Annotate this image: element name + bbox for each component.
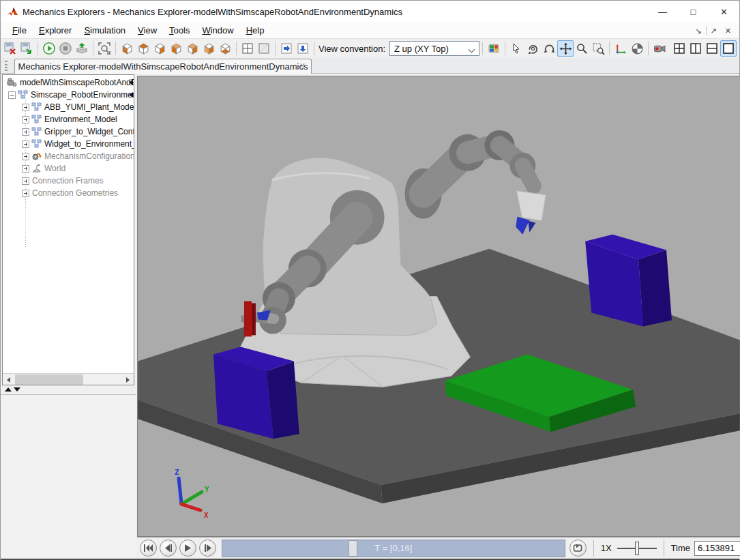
expander-plus-icon[interactable]: [22, 141, 29, 148]
tree-item-widget-to-environment[interactable]: Widget_to_Environment_: [3, 138, 134, 150]
layout-quad-pane-icon[interactable]: [239, 40, 256, 57]
loop-playback-button[interactable]: [569, 540, 587, 557]
expander-plus-icon[interactable]: [22, 165, 29, 173]
tree-item-connection-frames[interactable]: Connection Frames: [3, 175, 134, 187]
tree-item-gripper-to-widget-contact[interactable]: Gripper_to_Widget_Conta: [3, 126, 134, 138]
expander-plus-icon[interactable]: [22, 128, 29, 136]
scroll-right-arrow[interactable]: [122, 374, 134, 385]
menu-tools[interactable]: Tools: [163, 23, 196, 38]
tab-drag-handle[interactable]: [5, 61, 8, 71]
update-model-icon[interactable]: [74, 40, 90, 57]
time-slider-track[interactable]: T = [0,16]: [222, 540, 565, 557]
zoom-region-icon[interactable]: [590, 40, 606, 57]
model-icon: [7, 78, 17, 87]
restore-configuration-icon[interactable]: [18, 40, 35, 57]
collapse-down-icon[interactable]: [14, 387, 20, 392]
view-isometric-icon[interactable]: [119, 40, 135, 57]
separator: [593, 540, 594, 557]
dock-arrow-icon[interactable]: ↘: [691, 27, 705, 35]
viewport-3d[interactable]: Z Y X: [137, 76, 740, 537]
tree-item-simscape-robotenvironment[interactable]: Simscape_RobotEnvironmen: [3, 89, 134, 101]
close-button[interactable]: ✕: [709, 1, 739, 23]
menu-simulation[interactable]: Simulation: [78, 23, 132, 38]
tree-item-model-root[interactable]: modelWithSimscapeRobotAndE: [3, 76, 134, 89]
stop-simulation-icon[interactable]: [57, 40, 74, 57]
zoom-to-fit-icon[interactable]: [96, 40, 113, 57]
scroll-left-arrow[interactable]: [3, 374, 14, 385]
tree-item-abb-yumi-plant-model[interactable]: ABB_YUMI_Plant_Model: [3, 101, 134, 113]
separator: [275, 42, 276, 55]
view-bottom-icon[interactable]: [217, 40, 233, 57]
tree-item-connection-geometries[interactable]: Connection Geometries: [3, 187, 134, 199]
expander-plus-icon[interactable]: [22, 177, 29, 185]
separator: [236, 42, 237, 55]
menu-window[interactable]: Window: [196, 23, 239, 38]
time-slider-thumb[interactable]: [349, 540, 357, 557]
expander-plus-icon[interactable]: [22, 190, 29, 197]
view-convention-select[interactable]: Z up (XY Top): [389, 41, 479, 56]
mechanics-explorer-window: Mechanics Explorers - Mechanics Explorer…: [0, 0, 740, 560]
view-right-icon[interactable]: [151, 40, 168, 57]
expander-plus-icon[interactable]: [22, 116, 29, 123]
separator: [648, 42, 649, 55]
close-pane-icon[interactable]: ✕: [721, 27, 735, 35]
menu-view[interactable]: View: [132, 23, 163, 38]
scrollbar-thumb[interactable]: [15, 374, 83, 385]
minimize-button[interactable]: —: [647, 1, 678, 23]
view-top-icon[interactable]: [135, 40, 151, 57]
play-button[interactable]: [179, 540, 196, 557]
expander-plus-icon[interactable]: [22, 104, 29, 111]
collapse-up-icon[interactable]: [5, 387, 12, 392]
time-value-field[interactable]: [694, 541, 740, 556]
model-tree-panel: modelWithSimscapeRobotAndE Simscape_Robo…: [1, 74, 137, 559]
rotate-view-icon[interactable]: [524, 40, 541, 57]
pan-view-icon[interactable]: [557, 40, 574, 57]
tab-close-icon[interactable]: ✕: [299, 61, 306, 70]
separator: [609, 42, 610, 55]
sphere-view-icon[interactable]: [629, 40, 645, 57]
y-axis-label: Y: [205, 485, 209, 494]
window-layout-quad-icon[interactable]: [671, 40, 687, 57]
step-forward-button[interactable]: [199, 540, 216, 557]
undock-arrow-icon[interactable]: ↗: [707, 27, 721, 35]
panel-splitter[interactable]: [5, 387, 20, 392]
frame-triad-icon[interactable]: [612, 40, 629, 57]
tree-item-world[interactable]: World: [3, 162, 134, 175]
expander-plus-icon[interactable]: [22, 153, 29, 160]
menu-file[interactable]: File: [6, 23, 33, 38]
window-layout-horizontal-icon[interactable]: [704, 40, 720, 57]
zoom-icon[interactable]: [574, 40, 590, 57]
window-title: Mechanics Explorers - Mechanics Explorer…: [23, 7, 402, 17]
view-top-left-icon[interactable]: [168, 40, 184, 57]
tab-mechanics-explorer[interactable]: Mechanics Explorer-modelWithSimscapeRobo…: [14, 59, 312, 74]
speed-slider-thumb[interactable]: [635, 542, 639, 555]
view-left-right-icon[interactable]: [201, 40, 217, 57]
red-widget: [244, 301, 252, 337]
menu-explorer[interactable]: Explorer: [33, 23, 78, 38]
x-axis-label: X: [204, 511, 209, 520]
record-video-icon[interactable]: [651, 40, 668, 57]
menu-help[interactable]: Help: [240, 23, 271, 38]
play-simulation-icon[interactable]: [41, 40, 57, 57]
roll-view-icon[interactable]: [541, 40, 557, 57]
maximize-button[interactable]: □: [678, 1, 709, 23]
tree-horizontal-scrollbar[interactable]: [3, 373, 134, 385]
appearance-icon[interactable]: [486, 40, 502, 57]
arrow-down-box-icon[interactable]: [295, 40, 311, 57]
tree-item-mechanism-configuration[interactable]: MechanismConfiguration: [3, 150, 134, 162]
expander-minus-icon[interactable]: [8, 91, 16, 99]
window-layout-single-icon[interactable]: [720, 40, 737, 57]
right-gripper: [516, 191, 546, 221]
tree-item-environment-model[interactable]: Environment_Model: [3, 113, 134, 126]
window-layout-vertical-icon[interactable]: [687, 40, 704, 57]
right-gripper-finger: [516, 217, 529, 235]
speed-slider[interactable]: [617, 542, 657, 555]
layout-single-pane-icon[interactable]: [256, 40, 272, 57]
view-top-right-icon[interactable]: [184, 40, 201, 57]
step-back-button[interactable]: [160, 540, 177, 557]
matlab-logo-icon: [6, 5, 18, 18]
select-pointer-icon[interactable]: [508, 40, 524, 57]
go-to-start-button[interactable]: [140, 540, 157, 557]
save-configuration-icon[interactable]: [2, 40, 18, 57]
arrow-right-box-icon[interactable]: [278, 40, 295, 57]
